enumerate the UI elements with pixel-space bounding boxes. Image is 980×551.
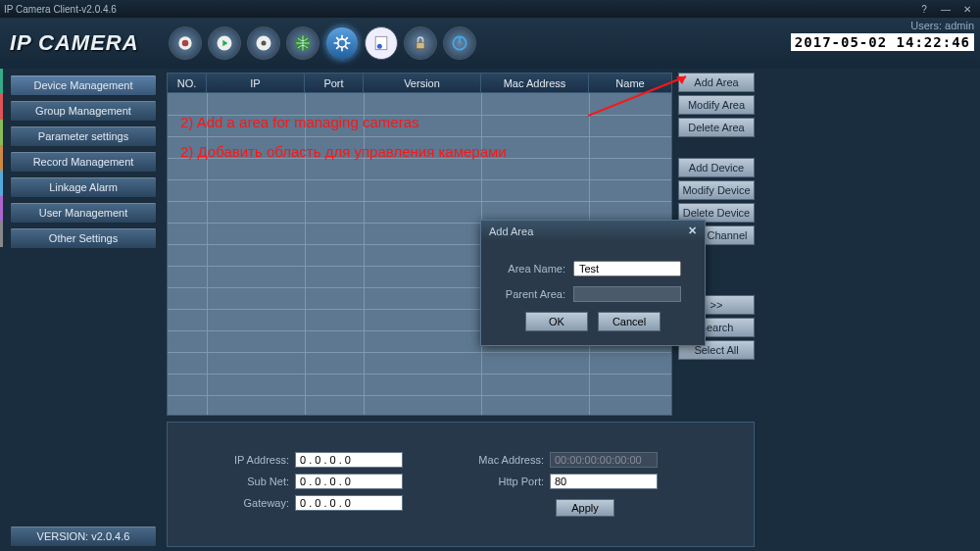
apply-button[interactable]: Apply — [556, 499, 614, 517]
col-version[interactable]: Version — [364, 74, 481, 92]
power-icon[interactable] — [443, 26, 476, 60]
parent-area-label: Parent Area: — [495, 288, 573, 300]
app-logo: IP CAMERA — [10, 30, 139, 56]
record-icon[interactable] — [247, 26, 280, 60]
col-mac[interactable]: Mac Address — [481, 74, 589, 92]
svg-point-5 — [261, 41, 266, 46]
col-no[interactable]: NO. — [168, 74, 207, 92]
add-area-dialog: Add Area✕ Area Name: Parent Area: OK Can… — [480, 220, 706, 346]
sidebar-item-record-mgmt[interactable]: Record Management — [10, 151, 157, 173]
header: IP CAMERA Users: admin 2017-05-02 14:22:… — [0, 18, 980, 69]
camera-icon[interactable] — [169, 26, 202, 60]
play-icon[interactable] — [208, 26, 241, 60]
col-ip[interactable]: IP — [207, 74, 305, 92]
close-icon[interactable]: ✕ — [958, 3, 976, 15]
minimize-icon[interactable]: — — [937, 3, 955, 15]
version-label: VERSION: v2.0.4.6 — [10, 526, 157, 547]
delete-area-button[interactable]: Delete Area — [678, 118, 755, 137]
sidebar-item-other-settings[interactable]: Other Settings — [10, 227, 157, 249]
dialog-title: Add Area — [489, 225, 533, 237]
globe-icon[interactable] — [286, 26, 319, 60]
sidebar: Device Management Group Management Param… — [0, 69, 167, 551]
mac-input — [550, 452, 658, 468]
gateway-input[interactable] — [295, 495, 403, 511]
log-icon[interactable] — [365, 26, 398, 60]
col-name[interactable]: Name — [589, 74, 671, 92]
subnet-label: Sub Net: — [207, 476, 295, 487]
svg-point-1 — [181, 40, 188, 47]
bottom-panel: IP Address: Sub Net: Gateway: Mac Addres… — [167, 422, 755, 547]
http-label: Http Port: — [462, 476, 550, 487]
users-label: Users: admin — [791, 20, 974, 31]
col-port[interactable]: Port — [305, 74, 364, 92]
titlebar: IP Camera Client-v2.0.4.6 ? — ✕ — [0, 0, 980, 18]
sidebar-item-linkage-alarm[interactable]: Linkage Alarm — [10, 176, 157, 198]
right-pane — [764, 69, 980, 551]
ip-label: IP Address: — [207, 454, 295, 466]
lock-icon[interactable] — [404, 26, 437, 60]
sidebar-item-user-mgmt[interactable]: User Management — [10, 202, 157, 224]
subnet-input[interactable] — [295, 474, 403, 489]
help-icon[interactable]: ? — [915, 3, 933, 15]
svg-point-9 — [376, 44, 381, 49]
svg-point-7 — [337, 39, 345, 47]
parent-area-input — [573, 286, 681, 302]
gateway-label: Gateway: — [207, 497, 295, 509]
sidebar-item-group-mgmt[interactable]: Group Management — [10, 100, 157, 122]
svg-rect-10 — [416, 42, 423, 49]
modify-device-button[interactable]: Modify Device — [678, 180, 755, 200]
add-area-button[interactable]: Add Area — [678, 73, 755, 92]
grid-header: NO. IP Port Version Mac Address Name — [168, 74, 671, 93]
sidebar-item-device-mgmt[interactable]: Device Management — [10, 75, 157, 96]
datetime: 2017-05-02 14:22:46 — [791, 33, 974, 51]
dialog-ok-button[interactable]: OK — [525, 312, 588, 331]
settings-icon[interactable] — [325, 26, 359, 60]
add-device-button[interactable]: Add Device — [678, 158, 755, 177]
mac-label: Mac Address: — [462, 454, 550, 466]
dialog-close-icon[interactable]: ✕ — [688, 225, 697, 237]
area-name-input[interactable] — [573, 261, 681, 276]
http-input[interactable] — [550, 474, 658, 489]
ip-input[interactable] — [295, 452, 403, 468]
modify-area-button[interactable]: Modify Area — [678, 95, 755, 115]
sidebar-item-param-settings[interactable]: Parameter settings — [10, 125, 157, 147]
dialog-cancel-button[interactable]: Cancel — [598, 312, 661, 331]
app-title: IP Camera Client-v2.0.4.6 — [4, 4, 117, 15]
area-name-label: Area Name: — [495, 263, 573, 275]
